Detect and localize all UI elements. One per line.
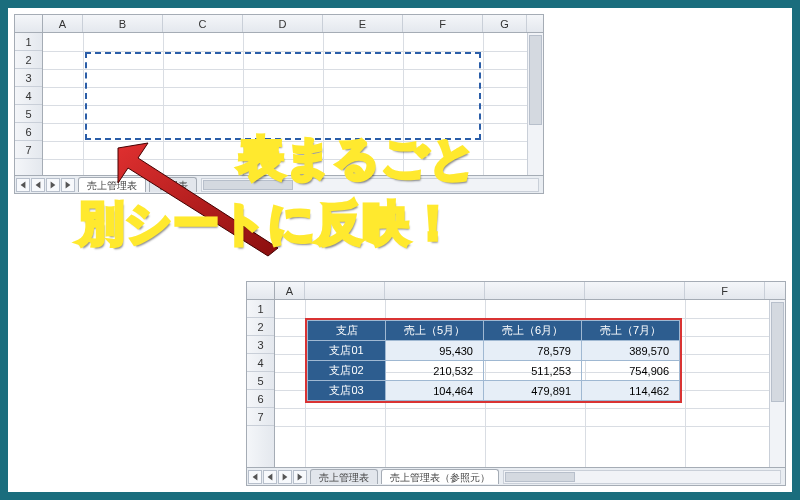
vscroll-thumb[interactable] [529,35,542,125]
table-header-row: 支店 売上（5月） 売上（6月） 売上（7月） [308,321,680,341]
tab-nav-next-icon[interactable] [46,178,60,192]
row-header-b1[interactable]: 1 [247,300,274,318]
column-headers: A B C D E F G [15,15,543,33]
vertical-scrollbar-bottom[interactable] [769,300,785,467]
td-branch[interactable]: 支店02 [308,361,386,381]
hscroll-thumb-bottom[interactable] [505,472,575,482]
col-header-B[interactable]: B [83,15,163,32]
selection-marquee [85,52,481,140]
cells-grid-bottom[interactable]: 支店 売上（5月） 売上（6月） 売上（7月） 支店01 95,430 78,5… [275,300,785,467]
tab-nav-first-icon[interactable] [16,178,30,192]
table-row: 支店02 210,532 511,253 754,906 [308,361,680,381]
td-val[interactable]: 95,430 [386,341,484,361]
caption-line2: 別シートに反映！ [78,193,457,255]
row-header-7[interactable]: 7 [15,141,42,159]
sheet-tabbar-bottom: 売上管理表 売上管理表（参照元） [247,467,785,485]
row-header-b2[interactable]: 2 [247,318,274,336]
sheet-tab-2[interactable]: 管理表 [149,177,197,192]
td-val[interactable]: 114,462 [582,381,680,401]
row-headers-bottom: 1 2 3 4 5 6 7 [247,300,275,467]
row-header-2[interactable]: 2 [15,51,42,69]
col-header-A-b[interactable]: A [275,282,305,299]
col-header-blank1[interactable] [305,282,385,299]
th-jul: 売上（7月） [582,321,680,341]
td-val[interactable]: 754,906 [582,361,680,381]
col-header-E[interactable]: E [323,15,403,32]
col-header-A[interactable]: A [43,15,83,32]
spreadsheet-window-bottom: A F 1 2 3 4 5 6 7 [246,281,786,486]
tab-nav-last-icon[interactable] [61,178,75,192]
row-header-b6[interactable]: 6 [247,390,274,408]
vertical-scrollbar[interactable] [527,33,543,175]
td-branch[interactable]: 支店03 [308,381,386,401]
row-header-b5[interactable]: 5 [247,372,274,390]
horizontal-scrollbar-bottom[interactable] [503,470,781,484]
row-headers: 1 2 3 4 5 6 7 [15,33,43,175]
col-header-blank4[interactable] [585,282,685,299]
th-jun: 売上（6月） [484,321,582,341]
row-header-3[interactable]: 3 [15,69,42,87]
table-row: 支店03 104,464 479,891 114,462 [308,381,680,401]
select-all-corner[interactable] [15,15,43,32]
grid-area-bottom: 1 2 3 4 5 6 7 支店 売上（5月） [247,300,785,467]
tab-nav-first-icon[interactable] [248,470,262,484]
td-val[interactable]: 210,532 [386,361,484,381]
col-header-blank3[interactable] [485,282,585,299]
data-table: 支店 売上（5月） 売上（6月） 売上（7月） 支店01 95,430 78,5… [307,320,680,401]
td-val[interactable]: 479,891 [484,381,582,401]
row-header-b7[interactable]: 7 [247,408,274,426]
td-val[interactable]: 104,464 [386,381,484,401]
image-frame: A B C D E F G 1 2 3 4 5 6 7 [8,8,792,492]
row-header-1[interactable]: 1 [15,33,42,51]
col-header-G[interactable]: G [483,15,527,32]
tab-nav-prev-icon[interactable] [263,470,277,484]
col-header-blank2[interactable] [385,282,485,299]
row-header-6[interactable]: 6 [15,123,42,141]
td-val[interactable]: 389,570 [582,341,680,361]
col-header-C[interactable]: C [163,15,243,32]
sheet-tab-b1[interactable]: 売上管理表 [310,469,378,484]
col-header-F[interactable]: F [403,15,483,32]
tab-nav-next-icon[interactable] [278,470,292,484]
td-val[interactable]: 78,579 [484,341,582,361]
td-val[interactable]: 511,253 [484,361,582,381]
row-header-5[interactable]: 5 [15,105,42,123]
table-row: 支店01 95,430 78,579 389,570 [308,341,680,361]
row-header-b3[interactable]: 3 [247,336,274,354]
tab-nav-prev-icon[interactable] [31,178,45,192]
select-all-corner-bottom[interactable] [247,282,275,299]
tab-nav-last-icon[interactable] [293,470,307,484]
row-header-b4[interactable]: 4 [247,354,274,372]
col-header-D[interactable]: D [243,15,323,32]
data-table-highlight: 支店 売上（5月） 売上（6月） 売上（7月） 支店01 95,430 78,5… [305,318,682,403]
th-branch: 支店 [308,321,386,341]
vscroll-thumb-bottom[interactable] [771,302,784,402]
sheet-tab-b2-active[interactable]: 売上管理表（参照元） [381,469,499,484]
column-headers-bottom: A F [247,282,785,300]
td-branch[interactable]: 支店01 [308,341,386,361]
row-header-4[interactable]: 4 [15,87,42,105]
col-header-F-b[interactable]: F [685,282,765,299]
caption-line1: 表まるごと [238,128,477,190]
th-may: 売上（5月） [386,321,484,341]
sheet-tab-active[interactable]: 売上管理表 [78,177,146,192]
